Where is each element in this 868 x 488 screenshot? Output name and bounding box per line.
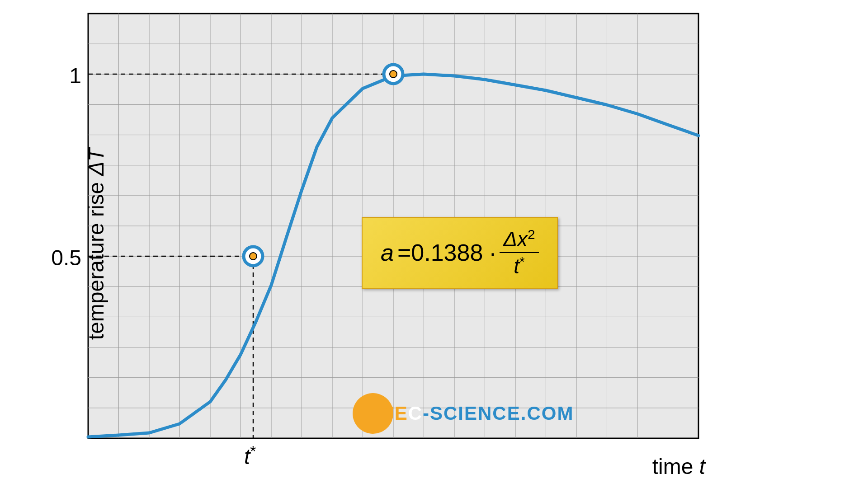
- half-rise-marker: [244, 247, 263, 266]
- watermark-logo: TEC-SCIENCE.COM: [353, 393, 574, 434]
- formula-constant: =0.1388 ·: [397, 239, 496, 266]
- svg-point-38: [390, 70, 397, 78]
- svg-point-36: [250, 253, 257, 260]
- x-axis-label-symbol: t: [699, 455, 705, 479]
- x-tick-tstar: t*: [244, 443, 256, 469]
- y-tick-05: 0.5: [45, 245, 81, 270]
- x-axis-label: time t: [652, 454, 705, 479]
- formula-annotation: a =0.1388 · Δx2 t*: [362, 217, 558, 289]
- formula-numerator: Δx2: [500, 227, 539, 253]
- y-axis-label: temperature rise ΔT: [84, 148, 108, 340]
- y-axis-label-symbol: ΔT: [84, 148, 108, 176]
- peak-marker: [384, 65, 403, 84]
- logo-com: .COM: [521, 403, 574, 424]
- logo-c: C: [408, 403, 423, 424]
- formula-fraction: Δx2 t*: [500, 227, 539, 279]
- formula-denominator: t*: [510, 253, 528, 278]
- x-axis-label-text: time: [652, 455, 699, 479]
- chart-container: temperature rise ΔT time t 1 0.5 t* a =0…: [0, 0, 868, 488]
- formula-variable-a: a: [381, 239, 394, 266]
- logo-te: TE: [382, 403, 408, 424]
- logo-text: TEC-SCIENCE.COM: [382, 403, 574, 424]
- logo-science: -SCIENCE: [423, 403, 521, 424]
- y-tick-1: 1: [45, 63, 81, 88]
- y-axis-label-text: temperature rise: [84, 176, 108, 340]
